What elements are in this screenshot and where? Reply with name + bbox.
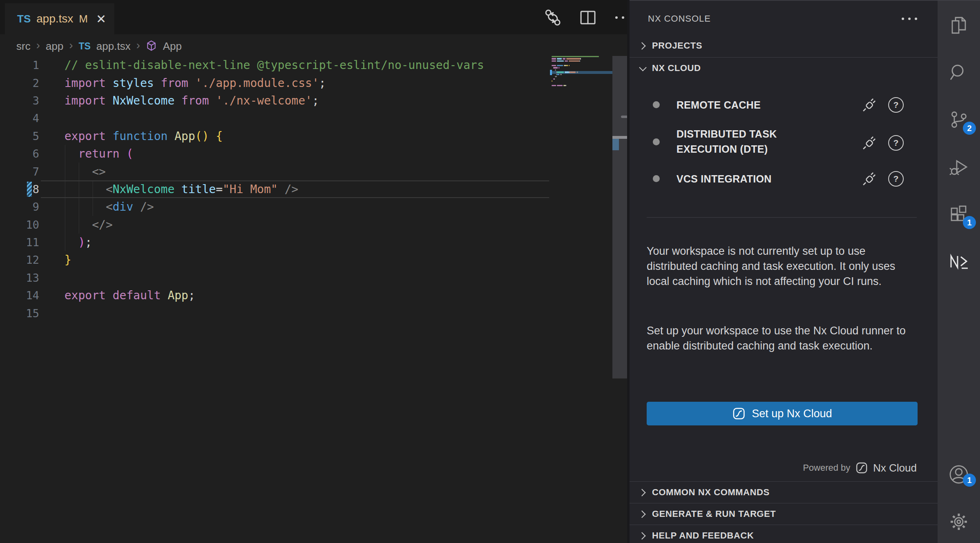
nx-cloud-logo-icon xyxy=(732,407,745,420)
tab-bar: TS app.tsx M ✕ xyxy=(0,0,630,34)
powered-by: Powered by Nx Cloud xyxy=(803,460,917,476)
git-modified-badge: M xyxy=(79,13,88,25)
account-icon[interactable]: 1 xyxy=(938,456,980,493)
code-line[interactable]: 12} xyxy=(0,251,550,269)
line-number[interactable]: 6 xyxy=(0,147,39,160)
line-number[interactable]: 3 xyxy=(0,94,39,107)
settings-gear-icon[interactable] xyxy=(938,503,980,541)
setup-nx-cloud-button[interactable]: Set up Nx Cloud xyxy=(647,402,918,425)
breadcrumb-src[interactable]: src xyxy=(16,40,31,53)
minimap-code-bar xyxy=(557,60,564,62)
minimap-code-bar xyxy=(579,60,580,62)
minimap-code-bar xyxy=(552,58,556,59)
code-line[interactable]: 14export default App; xyxy=(0,287,550,304)
symbol-cube-icon xyxy=(146,40,157,52)
indent-guide xyxy=(65,180,65,198)
search-icon[interactable] xyxy=(938,54,980,91)
minimap-code-bar xyxy=(557,85,562,86)
split-editor-icon[interactable] xyxy=(576,7,600,28)
editor-region: TS app.tsx M ✕ xyxy=(0,0,630,543)
minimap-code-bar xyxy=(557,74,559,75)
help-question-icon[interactable]: ? xyxy=(888,97,904,113)
minimap-code-bar xyxy=(553,67,558,68)
section-projects[interactable]: PROJECTS xyxy=(630,36,938,56)
help-question-icon[interactable]: ? xyxy=(888,171,904,187)
connect-plug-icon[interactable] xyxy=(861,97,878,113)
line-number[interactable]: 11 xyxy=(0,236,39,249)
code-line[interactable]: 2import styles from './app.module.css'; xyxy=(0,74,550,91)
connect-plug-icon[interactable] xyxy=(861,171,878,187)
minimap-modified-edge xyxy=(550,70,552,75)
extensions-icon[interactable]: 1 xyxy=(938,196,980,233)
connect-plug-icon[interactable] xyxy=(861,135,878,151)
code-line[interactable]: 3import NxWelcome from './nx-welcome'; xyxy=(0,92,550,109)
line-number[interactable]: 7 xyxy=(0,165,39,178)
line-number[interactable]: 8 xyxy=(0,183,39,196)
line-number[interactable]: 10 xyxy=(0,218,39,231)
breadcrumb-symbol[interactable]: App xyxy=(163,40,182,53)
explorer-files-icon[interactable] xyxy=(938,6,980,43)
code-line[interactable]: 7 <> xyxy=(0,162,550,180)
breadcrumb: src › app › TS app.tsx › App xyxy=(16,38,182,55)
open-changes-icon[interactable] xyxy=(541,7,565,28)
minimap[interactable] xyxy=(550,56,612,154)
line-number[interactable]: 4 xyxy=(0,112,39,125)
minimap-code-bar xyxy=(563,58,566,59)
chevron-right-icon xyxy=(638,42,645,49)
code-line[interactable]: 6 return ( xyxy=(0,145,550,162)
code-editor[interactable]: 1// eslint-disable-next-line @typescript… xyxy=(0,56,550,322)
help-question-icon[interactable]: ? xyxy=(888,135,904,151)
indent-guide xyxy=(93,180,93,198)
run-debug-icon[interactable] xyxy=(938,149,980,186)
code-line[interactable]: 11 ); xyxy=(0,234,550,251)
line-number[interactable]: 15 xyxy=(0,307,39,320)
minimap-code-bar xyxy=(554,78,555,80)
tab-app-tsx[interactable]: TS app.tsx M ✕ xyxy=(5,3,114,34)
status-dot-icon xyxy=(653,175,660,182)
nx-console-panel: NX CONSOLE PROJECTS NX CLOUD REMOTE CACH… xyxy=(630,0,938,543)
indent-guide xyxy=(79,180,79,198)
source-control-icon[interactable]: 2 xyxy=(938,101,980,139)
indent-guide xyxy=(79,162,79,180)
section-help-and-feedback[interactable]: HELP AND FEEDBACK xyxy=(630,525,938,543)
chevron-down-icon xyxy=(639,64,646,71)
vertical-scrollbar[interactable] xyxy=(612,56,627,378)
panel-more-actions-icon[interactable] xyxy=(898,9,921,29)
minimap-code-bar xyxy=(570,71,576,73)
code-text: import styles from './app.module.css'; xyxy=(64,76,326,90)
code-line[interactable]: 13 xyxy=(0,269,550,287)
overview-ruler-modified-marker xyxy=(612,139,619,150)
breadcrumb-file[interactable]: app.tsx xyxy=(96,40,131,53)
line-number[interactable]: 5 xyxy=(0,130,39,142)
minimap-code-bar xyxy=(557,58,561,59)
section-nx-cloud[interactable]: NX CLOUD xyxy=(630,58,938,78)
code-line[interactable]: 5export function App() { xyxy=(0,127,550,145)
code-line[interactable]: 4 xyxy=(0,109,550,127)
code-line[interactable]: 9 <div /> xyxy=(0,198,550,216)
breadcrumb-app[interactable]: app xyxy=(46,40,63,53)
minimap-code-bar xyxy=(555,76,557,77)
line-number[interactable]: 2 xyxy=(0,77,39,89)
account-badge: 1 xyxy=(963,474,976,487)
status-dot-icon xyxy=(653,138,660,145)
line-number[interactable]: 13 xyxy=(0,272,39,284)
section-generate-run-target[interactable]: GENERATE & RUN TARGET xyxy=(630,504,938,524)
tab-close-icon[interactable]: ✕ xyxy=(96,12,106,26)
line-number[interactable]: 1 xyxy=(0,59,39,71)
section-common-nx-commands[interactable]: COMMON NX COMMANDS xyxy=(630,482,938,503)
activity-bar: 2 1 xyxy=(938,0,980,543)
line-number[interactable]: 14 xyxy=(0,289,39,302)
code-line[interactable]: 8 <NxWelcome title="Hi Mom" /> xyxy=(0,180,550,198)
code-line[interactable]: 10 </> xyxy=(0,216,550,234)
minimap-code-bar xyxy=(566,58,580,59)
code-line[interactable]: 15 xyxy=(0,304,550,322)
line-number[interactable]: 12 xyxy=(0,254,39,266)
typescript-file-icon: TS xyxy=(17,13,31,25)
gutter-modified-marker xyxy=(27,182,32,197)
line-number[interactable]: 9 xyxy=(0,200,39,213)
code-text: <div /> xyxy=(64,200,154,214)
nx-console-icon[interactable] xyxy=(938,243,980,280)
code-line[interactable]: 1// eslint-disable-next-line @typescript… xyxy=(0,56,550,74)
indent-guide xyxy=(79,216,79,234)
minimap-code-bar xyxy=(569,60,580,62)
